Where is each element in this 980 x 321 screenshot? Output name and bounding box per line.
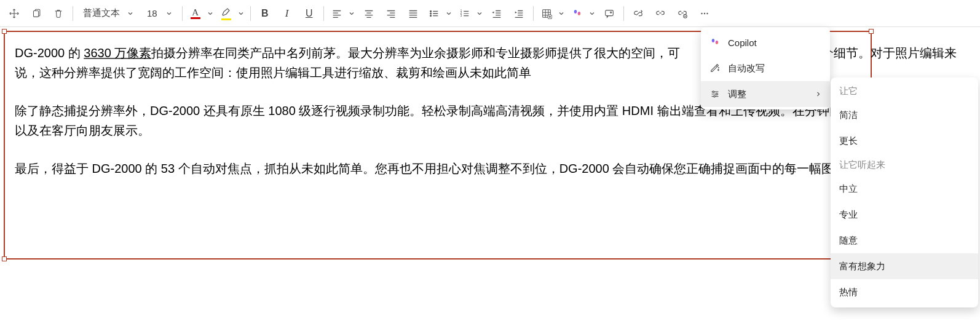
svg-point-3	[430, 15, 431, 16]
separator	[73, 6, 73, 21]
convert-link-button[interactable]	[628, 4, 649, 23]
bold-button[interactable]: B	[255, 4, 275, 23]
align-center-button[interactable]	[358, 4, 379, 23]
svg-rect-9	[605, 10, 613, 15]
menu-label: 专业	[839, 209, 858, 221]
svg-point-15	[716, 93, 717, 95]
svg-point-16	[714, 95, 716, 97]
insert-table-dropdown[interactable]	[556, 10, 567, 17]
underline-button[interactable]: U	[299, 4, 320, 23]
resize-handle-tr[interactable]	[869, 29, 874, 34]
menu-label: 让它听起来	[839, 159, 885, 171]
resize-handle-tl[interactable]	[2, 29, 7, 34]
menu-label: 热情	[839, 287, 858, 298]
font-size-value: 18	[147, 8, 157, 18]
align-justify-button[interactable]	[403, 4, 424, 23]
menu-label: Copilot	[728, 38, 757, 48]
menu-item-enthusiastic[interactable]: 热情	[831, 279, 978, 305]
move-icon[interactable]	[4, 4, 25, 23]
svg-point-12	[704, 12, 705, 14]
menu-item-longer[interactable]: 更长	[831, 128, 978, 154]
menu-label: 随意	[839, 235, 858, 247]
highlight-swatch	[221, 18, 231, 20]
menu-label: 让它	[839, 85, 858, 97]
menu-label: 调整	[728, 89, 746, 100]
menu-label: 富有想象力	[839, 261, 885, 272]
menu-item-copilot[interactable]: Copilot	[701, 30, 830, 55]
unlink-button[interactable]	[672, 4, 693, 23]
svg-point-14	[713, 91, 714, 93]
copilot-dropdown[interactable]	[587, 10, 598, 17]
menu-item-concise[interactable]: 简洁	[831, 102, 978, 128]
menu-item-professional[interactable]: 专业	[831, 202, 978, 228]
highlight-dropdown[interactable]	[235, 10, 247, 17]
resize-handle-bl[interactable]	[2, 256, 7, 261]
submenu-header-sound-like: 让它听起来	[831, 154, 978, 176]
separator	[533, 6, 534, 21]
svg-rect-0	[34, 10, 39, 17]
svg-point-2	[430, 13, 431, 14]
svg-text:3: 3	[460, 14, 462, 17]
toolbar: 普通文本 18 A B I U 123	[0, 0, 980, 27]
style-select[interactable]: 普通文本	[77, 4, 140, 23]
menu-item-imaginative[interactable]: 富有想象力	[831, 253, 978, 279]
menu-label: 简洁	[839, 109, 858, 121]
menu-item-auto-rewrite[interactable]: 自动改写	[701, 55, 830, 81]
italic-button[interactable]: I	[277, 4, 298, 23]
align-dropdown[interactable]	[346, 10, 357, 17]
numbered-list-button[interactable]: 123	[456, 4, 474, 23]
separator	[250, 6, 251, 21]
font-color-dropdown[interactable]	[205, 10, 216, 17]
more-options-button[interactable]	[694, 4, 715, 23]
separator	[182, 6, 183, 21]
paragraph-3[interactable]: 最后，得益于 DG-2000 的 53 个自动对焦点，抓拍从未如此简单。您再也不…	[15, 159, 958, 178]
indent-button[interactable]	[508, 4, 529, 23]
numbered-list-dropdown[interactable]	[474, 10, 485, 17]
copilot-button[interactable]	[568, 4, 587, 23]
chevron-down-icon	[166, 10, 172, 17]
adjust-submenu: 让它 简洁 更长 让它听起来 中立 专业 随意 富有想象力 热情	[831, 77, 978, 307]
menu-label: 自动改写	[728, 63, 765, 74]
comment-button[interactable]	[599, 4, 620, 23]
insert-table-button[interactable]	[537, 4, 556, 23]
style-label: 普通文本	[83, 7, 120, 19]
chevron-down-icon	[127, 10, 133, 17]
bullet-list-dropdown[interactable]	[443, 10, 454, 17]
outdent-button[interactable]	[486, 4, 507, 23]
bullet-list-button[interactable]	[425, 4, 443, 23]
delete-icon[interactable]	[48, 4, 69, 23]
font-color-swatch	[191, 17, 200, 19]
font-size-select[interactable]: 18	[141, 4, 178, 23]
menu-item-casual[interactable]: 随意	[831, 228, 978, 253]
separator	[323, 6, 324, 21]
font-color-button[interactable]: A	[186, 4, 205, 23]
copilot-context-menu: Copilot 自动改写 调整	[701, 27, 830, 109]
svg-point-13	[706, 12, 708, 14]
menu-item-adjust[interactable]: 调整	[701, 81, 830, 107]
svg-point-11	[701, 12, 702, 14]
menu-label: 中立	[839, 183, 858, 195]
align-right-button[interactable]	[381, 4, 401, 23]
copy-icon[interactable]	[26, 4, 47, 23]
submenu-header-make-it: 让它	[831, 80, 978, 102]
align-left-button[interactable]	[328, 4, 346, 23]
highlight-button[interactable]	[217, 4, 235, 23]
separator	[623, 6, 624, 21]
chevron-right-icon	[815, 91, 821, 97]
svg-point-1	[430, 10, 431, 12]
menu-label: 更长	[839, 135, 858, 147]
link-button[interactable]	[650, 4, 671, 23]
menu-item-neutral[interactable]: 中立	[831, 176, 978, 202]
